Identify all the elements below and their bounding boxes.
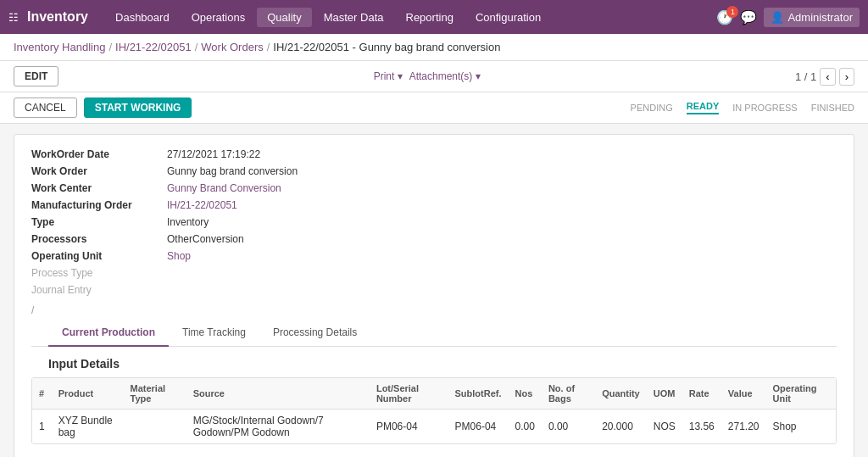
col-uom: UOM [647, 378, 682, 410]
input-details-table: # Product Material Type Source Lot/Seria… [32, 378, 836, 443]
cell-operating-unit: Shop [766, 410, 837, 444]
nav-links: Dashboard Operations Quality Master Data… [105, 8, 713, 27]
cell-value: 271.20 [721, 410, 766, 444]
user-menu[interactable]: 👤 Administrator [764, 8, 860, 27]
top-navigation: ☷ Inventory Dashboard Operations Quality… [0, 0, 868, 34]
breadcrumb-work-orders[interactable]: Work Orders [201, 41, 263, 53]
nav-quality[interactable]: Quality [257, 8, 311, 27]
cell-lot-serial: PM06-04 [370, 410, 448, 444]
field-label-manufacturing-order: Manufacturing Order [31, 199, 167, 211]
breadcrumb: Inventory Handling / IH/21-22/02051 / Wo… [0, 34, 868, 61]
cell-uom: NOS [647, 410, 682, 444]
status-ready[interactable]: READY [687, 101, 720, 114]
table-row: 1 XYZ Bundle bag MG/Stock/Internal Godow… [32, 410, 836, 444]
field-label-work-center: Work Center [31, 182, 167, 194]
field-processors: Processors OtherConversion [31, 233, 837, 245]
page-info: 1 / 1 [795, 70, 816, 83]
field-value-operating-unit[interactable]: Shop [167, 250, 191, 262]
field-workorder-date: WorkOrder Date 27/12/2021 17:19:22 [31, 148, 837, 160]
col-material-type: Material Type [123, 378, 186, 410]
field-journal-entry: Journal Entry [31, 284, 837, 296]
nav-dashboard[interactable]: Dashboard [105, 8, 180, 27]
col-sublot-ref: SublotRef. [448, 378, 509, 410]
field-value-workorder-date: 27/12/2021 17:19:22 [167, 148, 260, 160]
field-label-process-type: Process Type [31, 267, 167, 279]
main-content: WorkOrder Date 27/12/2021 17:19:22 Work … [0, 124, 868, 457]
status-pending[interactable]: PENDING [631, 103, 673, 113]
field-value-manufacturing-order[interactable]: IH/21-22/02051 [167, 199, 237, 211]
slash-separator: / [31, 301, 837, 320]
col-no-of-bags: No. of Bags [542, 378, 595, 410]
breadcrumb-sep-3: / [267, 41, 270, 53]
breadcrumb-sep-1: / [108, 41, 112, 53]
col-rate: Rate [682, 378, 721, 410]
tab-processing-details[interactable]: Processing Details [259, 320, 370, 347]
status-finished[interactable]: FINISHED [811, 103, 854, 113]
field-value-work-order: Gunny bag brand conversion [167, 165, 298, 177]
page-navigation: 1 / 1 ‹ › [795, 68, 854, 86]
col-num: # [32, 378, 52, 410]
breadcrumb-ih-02051[interactable]: IH/21-22/02051 [115, 41, 192, 53]
edit-button[interactable]: EDIT [14, 66, 58, 86]
field-type: Type Inventory [31, 216, 837, 228]
user-label: Administrator [787, 11, 853, 24]
cell-rate: 13.56 [682, 410, 721, 444]
field-value-work-center[interactable]: Gunny Brand Conversion [167, 182, 281, 194]
breadcrumb-inventory-handling[interactable]: Inventory Handling [14, 41, 105, 53]
cancel-button[interactable]: CANCEL [14, 98, 77, 118]
input-details-table-container: # Product Material Type Source Lot/Seria… [31, 377, 837, 444]
start-working-button[interactable]: START WORKING [84, 98, 192, 118]
tab-current-production[interactable]: Current Production [48, 320, 169, 347]
notification-badge: 1 [726, 6, 738, 18]
input-details-title: Input Details [31, 347, 837, 377]
col-product: Product [52, 378, 124, 410]
field-manufacturing-order: Manufacturing Order IH/21-22/02051 [31, 199, 837, 211]
breadcrumb-current: IH/21-22/02051 - Gunny bag brand convers… [273, 41, 500, 53]
field-label-type: Type [31, 216, 167, 228]
col-value: Value [721, 378, 766, 410]
cell-sublot-ref: PM06-04 [448, 410, 509, 444]
attachment-button[interactable]: Attachment(s) ▾ [409, 70, 481, 82]
user-avatar-icon: 👤 [771, 11, 784, 24]
table-header-row: # Product Material Type Source Lot/Seria… [32, 378, 836, 410]
field-label-operating-unit: Operating Unit [31, 250, 167, 262]
cell-nos: 0.00 [509, 410, 542, 444]
prev-page-button[interactable]: ‹ [820, 68, 835, 86]
print-button[interactable]: Print ▾ [374, 70, 403, 82]
nav-configuration[interactable]: Configuration [465, 8, 551, 27]
cell-no-of-bags: 0.00 [542, 410, 595, 444]
status-trail: PENDING READY IN PROGRESS FINISHED [631, 101, 854, 114]
nav-reporting[interactable]: Reporting [396, 8, 464, 27]
app-grid-icon[interactable]: ☷ [8, 11, 19, 24]
action-bar: EDIT Print ▾ Attachment(s) ▾ 1 / 1 ‹ › [0, 61, 868, 92]
tabs: Current Production Time Tracking Process… [31, 320, 837, 347]
field-value-type: Inventory [167, 216, 209, 228]
nav-master-data[interactable]: Master Data [314, 8, 394, 27]
chat-icon[interactable]: 💬 [740, 9, 757, 25]
cell-product: XYZ Bundle bag [52, 410, 124, 444]
field-label-journal-entry: Journal Entry [31, 284, 167, 296]
field-work-order: Work Order Gunny bag brand conversion [31, 165, 837, 177]
cell-quantity: 20.000 [595, 410, 647, 444]
col-source: Source [186, 378, 370, 410]
buttons-bar: CANCEL START WORKING PENDING READY IN PR… [0, 92, 868, 124]
field-process-type: Process Type [31, 267, 837, 279]
cell-source: MG/Stock/Internal Godown/7 Godown/PM God… [186, 410, 370, 444]
tab-time-tracking[interactable]: Time Tracking [169, 320, 259, 347]
breadcrumb-sep-2: / [195, 41, 198, 53]
cell-num: 1 [32, 410, 52, 444]
field-work-center: Work Center Gunny Brand Conversion [31, 182, 837, 194]
field-operating-unit: Operating Unit Shop [31, 250, 837, 262]
nav-operations[interactable]: Operations [181, 8, 256, 27]
col-operating-unit: Operating Unit [766, 378, 837, 410]
form-card: WorkOrder Date 27/12/2021 17:19:22 Work … [14, 134, 854, 457]
field-value-processors: OtherConversion [167, 233, 244, 245]
field-label-work-order: Work Order [31, 165, 167, 177]
status-in-progress[interactable]: IN PROGRESS [732, 103, 797, 113]
field-label-workorder-date: WorkOrder Date [31, 148, 167, 160]
right-icons: 🕐 1 💬 👤 Administrator [716, 8, 860, 27]
col-nos: Nos [509, 378, 542, 410]
notification-icon[interactable]: 🕐 1 [716, 9, 733, 25]
next-page-button[interactable]: › [839, 68, 854, 86]
field-label-processors: Processors [31, 233, 167, 245]
